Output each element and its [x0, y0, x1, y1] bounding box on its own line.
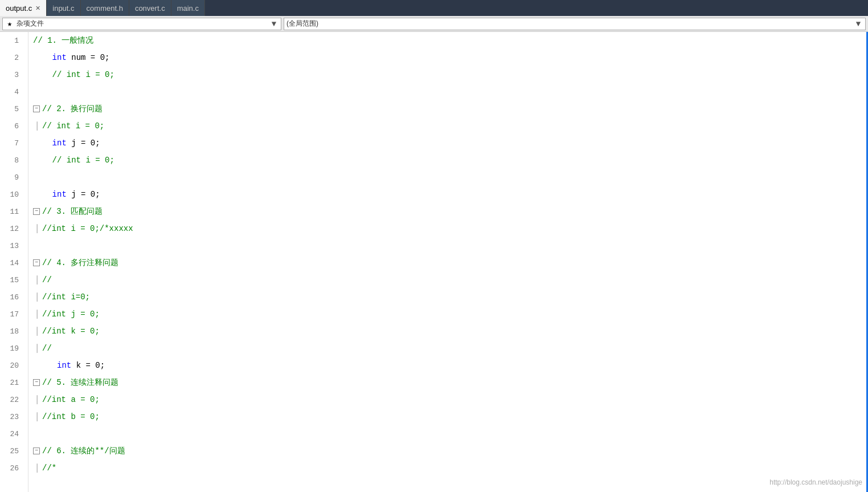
keyword: int — [52, 190, 67, 199]
fold-bar: │ — [33, 395, 41, 404]
keyword: int — [52, 139, 67, 148]
code-line: │// — [33, 340, 867, 357]
fold-bar: │ — [33, 275, 41, 284]
line-number: 18 — [0, 323, 23, 340]
line-number: 4 — [0, 83, 23, 100]
line-number: 14 — [0, 254, 23, 271]
comment: // 4. 多行注释问题 — [42, 258, 118, 268]
fold-icon[interactable]: − — [33, 105, 40, 112]
comment: // 1. 一般情况 — [33, 35, 93, 46]
code-line: // int i = 0; — [33, 152, 867, 169]
tab-convert-c[interactable]: convert.c — [129, 0, 171, 16]
code-line: −// 6. 连续的**/问题 — [33, 442, 867, 460]
scope-label: (全局范围) — [286, 19, 854, 29]
code-text: k = 0; — [71, 361, 105, 370]
line-number: 2 — [0, 49, 23, 66]
code-line: │//int i = 0;/*xxxxx — [33, 220, 867, 237]
code-line: │// — [33, 271, 867, 288]
code-line: −// 3. 匹配问题 — [33, 203, 867, 220]
line-number: 7 — [0, 135, 23, 152]
comment: //* — [42, 463, 56, 473]
line-number: 16 — [0, 288, 23, 306]
comment: //int i=0; — [42, 292, 90, 302]
code-line: │//int a = 0; — [33, 391, 867, 408]
comment: //int k = 0; — [42, 327, 100, 336]
tab-label: convert.c — [135, 4, 165, 13]
fold-bar: │ — [33, 344, 41, 353]
fold-bar: │ — [33, 224, 41, 233]
close-icon[interactable]: ✕ — [35, 5, 40, 12]
fold-bar: │ — [33, 292, 41, 302]
code-line: −// 4. 多行注释问题 — [33, 254, 867, 271]
comment: // — [42, 344, 52, 353]
tab-label: main.c — [177, 4, 199, 13]
comment: // — [42, 275, 52, 284]
comment: // 5. 连续注释问题 — [42, 377, 118, 388]
line-number: 24 — [0, 425, 23, 442]
tab-label: input.c — [52, 4, 74, 13]
code-line — [33, 169, 867, 186]
line-number: 3 — [0, 66, 23, 83]
code-line: int j = 0; — [33, 135, 867, 152]
code-line — [33, 83, 867, 100]
comment: //int j = 0; — [42, 310, 100, 319]
fold-icon[interactable]: − — [33, 379, 40, 386]
code-line: │// int i = 0; — [33, 117, 867, 135]
dropdown-arrow-icon[interactable]: ▼ — [269, 19, 279, 29]
indent — [33, 190, 52, 199]
comment: // int i = 0; — [33, 156, 114, 165]
toolbar: ★ 杂项文件 ▼ (全局范围) ▼ — [0, 16, 868, 32]
fold-bar: │ — [33, 121, 41, 131]
line-number: 6 — [0, 117, 23, 135]
comment: // 2. 换行问题 — [42, 104, 103, 114]
line-number: 1 — [0, 32, 23, 49]
code-line: −// 2. 换行问题 — [33, 100, 867, 117]
file-selector[interactable]: ★ 杂项文件 ▼ — [2, 18, 281, 30]
line-number: 21 — [0, 374, 23, 391]
line-number: 8 — [0, 152, 23, 169]
code-line: │//* — [33, 460, 867, 477]
tab-label: output.c — [6, 4, 32, 13]
line-numbers: 1234567891011121314151617181920212223242… — [0, 32, 28, 492]
code-line: int j = 0; — [33, 186, 867, 203]
comment: //int b = 0; — [42, 412, 100, 421]
fold-icon[interactable]: − — [33, 259, 40, 266]
line-number: 20 — [0, 357, 23, 374]
comment: // int i = 0; — [33, 70, 114, 79]
tab-label: comment.h — [87, 4, 123, 13]
line-number: 22 — [0, 391, 23, 408]
line-number: 5 — [0, 100, 23, 117]
code-line: int num = 0; — [33, 49, 867, 66]
code-area[interactable]: // 1. 一般情况 int num = 0; // int i = 0; −/… — [28, 32, 867, 492]
scope-selector[interactable]: (全局范围) ▼ — [284, 18, 866, 30]
code-text: num = 0; — [67, 53, 110, 62]
editor[interactable]: 1234567891011121314151617181920212223242… — [0, 32, 868, 492]
fold-icon[interactable]: − — [33, 208, 40, 215]
line-number: 23 — [0, 408, 23, 425]
line-number: 15 — [0, 271, 23, 288]
indent — [33, 361, 57, 370]
comment: // 3. 匹配问题 — [42, 206, 103, 217]
fold-bar: │ — [33, 310, 41, 319]
tab-comment-h[interactable]: comment.h — [81, 0, 129, 16]
code-line: │//int b = 0; — [33, 408, 867, 425]
tab-bar: output.c ✕ input.c comment.h convert.c m… — [0, 0, 868, 16]
comment: //int a = 0; — [42, 395, 100, 404]
fold-icon[interactable]: − — [33, 448, 40, 454]
code-line: int k = 0; — [33, 357, 867, 374]
indent — [33, 139, 52, 148]
tab-input-c[interactable]: input.c — [47, 0, 80, 16]
line-number: 13 — [0, 237, 23, 254]
code-line — [33, 425, 867, 442]
line-number: 19 — [0, 340, 23, 357]
line-number: 9 — [0, 169, 23, 186]
scope-dropdown-arrow-icon[interactable]: ▼ — [854, 19, 863, 29]
line-number: 26 — [0, 460, 23, 477]
code-line: │//int j = 0; — [33, 306, 867, 323]
tab-output-c[interactable]: output.c ✕ — [0, 0, 47, 16]
tab-main-c[interactable]: main.c — [171, 0, 205, 16]
file-label: 杂项文件 — [17, 19, 269, 29]
line-number: 17 — [0, 306, 23, 323]
line-number: 10 — [0, 186, 23, 203]
code-text: j = 0; — [67, 190, 100, 199]
